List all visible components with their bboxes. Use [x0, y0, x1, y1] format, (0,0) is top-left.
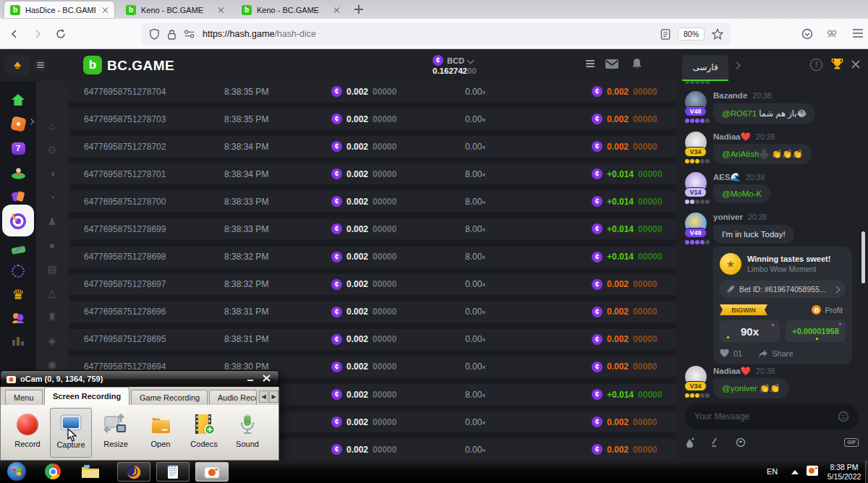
- username[interactable]: Nadiaa❤️: [713, 132, 751, 142]
- message-bubble[interactable]: @AriAtish♣️ 👏👏👏: [713, 144, 812, 164]
- table-row[interactable]: 647769587512787038:38:35 PM¢0.002000000.…: [69, 108, 676, 129]
- table-row[interactable]: 647769587512787008:38:33 PM¢0.002000008.…: [69, 191, 676, 212]
- ocam-tab[interactable]: Screen Recording: [44, 387, 129, 405]
- leaderboard-icon[interactable]: [10, 333, 26, 349]
- ocam-close-icon[interactable]: [263, 375, 273, 383]
- table-row[interactable]: 647769587512786978:38:32 PM¢0.002000000.…: [69, 274, 676, 295]
- game-category-icon[interactable]: ⊙: [44, 142, 60, 158]
- win-share-card[interactable]: ★Winning tastes sweet!Limbo Wow MomentBe…: [713, 247, 852, 364]
- emoji-icon[interactable]: [838, 411, 849, 422]
- forward-button[interactable]: [32, 28, 43, 40]
- game-category-icon[interactable]: ♜: [44, 309, 60, 325]
- casino-spade-icon[interactable]: ♠: [4, 55, 30, 75]
- url-bar[interactable]: https://hash.game/hash-dice 80%: [142, 23, 731, 45]
- trophy-icon[interactable]: [830, 57, 844, 71]
- explorer-taskbar-icon[interactable]: [81, 464, 100, 479]
- taskbar-clock[interactable]: 8:38 PM5/15/2022: [823, 463, 865, 481]
- chat-scrollbar[interactable]: [861, 231, 865, 283]
- pocket-icon[interactable]: [801, 28, 813, 40]
- ocam-tab[interactable]: Audio Recor: [209, 390, 257, 405]
- table-row[interactable]: 647769587512787028:38:34 PM¢0.002000000.…: [69, 136, 676, 157]
- bcgame-logo-icon[interactable]: b: [83, 56, 102, 74]
- message-bubble[interactable]: @yoniver 👏👏: [713, 378, 789, 398]
- message-bubble[interactable]: @MoMo-K: [713, 184, 770, 203]
- back-button[interactable]: [9, 28, 20, 40]
- game-category-icon[interactable]: ●: [44, 237, 60, 253]
- lock-icon[interactable]: [167, 29, 176, 40]
- ocam-resize-button[interactable]: Resize: [95, 408, 137, 458]
- username[interactable]: Bazande: [713, 91, 747, 100]
- chat-language-tab[interactable]: فارسی: [682, 55, 728, 81]
- username[interactable]: yoniver: [713, 213, 743, 221]
- browser-tab[interactable]: bKeno - BC.GAME: [236, 1, 346, 18]
- table-row[interactable]: 647769587512786968:38:31 PM¢0.002000000.…: [69, 302, 676, 322]
- gif-button[interactable]: GIF: [844, 438, 859, 447]
- ocam-tab-scroll-left[interactable]: ◀: [259, 390, 268, 403]
- chat-close-icon[interactable]: [851, 60, 860, 69]
- permissions-icon[interactable]: [184, 29, 195, 39]
- chat-info-icon[interactable]: !: [810, 59, 822, 71]
- bookmark-star-icon[interactable]: [712, 28, 723, 40]
- chrome-taskbar-icon[interactable]: [45, 463, 61, 479]
- tray-expand-icon[interactable]: [791, 470, 799, 474]
- username[interactable]: AES🌊: [713, 172, 741, 182]
- ocam-tab-scroll-right[interactable]: ▶: [269, 390, 278, 403]
- table-row[interactable]: 647769587512786988:38:32 PM¢0.002000008.…: [69, 247, 676, 268]
- game-category-icon[interactable]: ♟: [44, 213, 60, 229]
- rain-drop-icon[interactable]: [685, 437, 694, 448]
- ocam-minimize-icon[interactable]: [247, 375, 257, 383]
- game-category-icon[interactable]: △: [44, 285, 60, 301]
- tab-close-icon[interactable]: [333, 7, 340, 14]
- ocam-open-button[interactable]: Open: [140, 408, 182, 458]
- ocam-tab[interactable]: Menu: [5, 390, 43, 405]
- table-row[interactable]: 647769587512786958:38:31 PM¢0.002000000.…: [69, 329, 676, 350]
- chat-rules-icon[interactable]: [710, 437, 720, 447]
- game-category-icon[interactable]: ▤: [44, 261, 60, 277]
- chat-language-chevron-icon[interactable]: [733, 62, 741, 69]
- ocam-titlebar[interactable]: oCam (0, 9, 1364, 759): [0, 370, 279, 387]
- dice-icon[interactable]: [10, 116, 26, 132]
- start-button[interactable]: [7, 462, 26, 481]
- zoom-level-indicator[interactable]: 80%: [678, 27, 705, 40]
- table-row[interactable]: 647769587512786998:38:33 PM¢0.002000008.…: [69, 218, 676, 239]
- target-darts-icon[interactable]: [8, 210, 28, 231]
- currency-selector[interactable]: ¢ BCD 0.16274200: [433, 55, 477, 75]
- notepad-taskbar-icon[interactable]: [156, 462, 190, 482]
- tray-ocam-icon[interactable]: [806, 465, 819, 476]
- chat-message-input[interactable]: Your Message: [685, 403, 859, 429]
- taskbar-language[interactable]: EN: [767, 467, 778, 476]
- browser-tab[interactable]: bKeno - BC.GAME: [120, 1, 230, 18]
- table-row[interactable]: 647769587512787018:38:34 PM¢0.002000008.…: [69, 163, 676, 184]
- reader-view-icon[interactable]: [660, 29, 671, 40]
- menu-icon[interactable]: [852, 28, 864, 40]
- extensions-icon[interactable]: [826, 28, 838, 40]
- tab-close-icon[interactable]: [101, 7, 109, 14]
- firefox-taskbar-icon[interactable]: [117, 462, 150, 482]
- tab-close-icon[interactable]: [217, 7, 224, 14]
- bell-icon[interactable]: [631, 57, 643, 70]
- shield-icon[interactable]: [149, 28, 160, 40]
- refer-friends-icon[interactable]: [10, 309, 26, 325]
- vip-crown-icon[interactable]: ♛: [10, 286, 26, 302]
- browser-tab[interactable]: bHasDice - BC.GAME: [4, 1, 114, 18]
- ocam-sound-button[interactable]: Sound: [226, 408, 268, 458]
- lottery-ticket-icon[interactable]: [10, 241, 26, 257]
- live-casino-icon[interactable]: [10, 164, 26, 180]
- ocam-codecs-button[interactable]: Codecs: [183, 408, 225, 458]
- sidebar-collapse-icon[interactable]: [34, 59, 47, 72]
- game-category-icon[interactable]: ◑: [44, 166, 60, 181]
- ocam-tab[interactable]: Game Recording: [131, 390, 208, 405]
- home-icon[interactable]: [10, 92, 26, 108]
- game-category-icon[interactable]: ◈: [44, 333, 60, 349]
- ocam-record-button[interactable]: Record: [7, 408, 48, 458]
- message-bubble[interactable]: @RO671 باز هم شما😂: [713, 103, 815, 124]
- reload-button[interactable]: [55, 28, 67, 40]
- slots-icon[interactable]: 7: [10, 140, 26, 156]
- ocam-taskbar-icon[interactable]: [195, 462, 229, 482]
- game-category-icon[interactable]: ♨: [44, 118, 60, 134]
- coin-flip-icon[interactable]: [736, 437, 746, 448]
- sidebar-expand-chevron-icon[interactable]: [28, 119, 34, 124]
- mail-icon[interactable]: [605, 58, 619, 70]
- bet-id-pill[interactable]: Bet ID: #619674058955...: [720, 281, 846, 298]
- username[interactable]: Nadiaa❤️: [713, 366, 751, 376]
